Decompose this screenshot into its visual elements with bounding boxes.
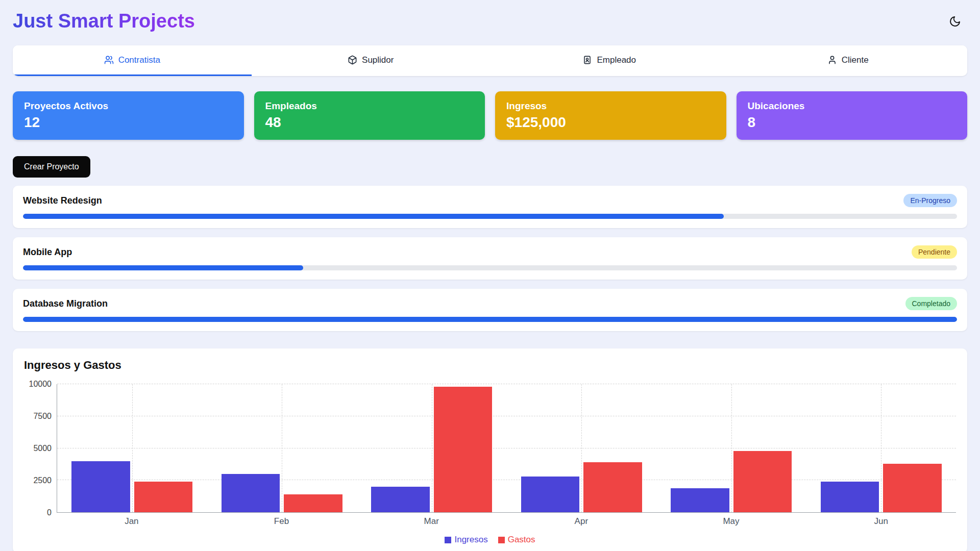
tab-label: Suplidor (362, 55, 394, 65)
bar-ingresos-feb (222, 474, 280, 512)
stat-card-empleados: Empleados 48 (254, 91, 485, 140)
bar-ingresos-may (671, 488, 729, 512)
projects-list: Website Redesign En-Progreso Mobile App … (13, 186, 967, 331)
bar-ingresos-mar (371, 487, 429, 512)
chart-card: Ingresos y Gastos 025005000750010000 Jan… (13, 348, 967, 551)
stat-label: Empleados (265, 101, 474, 112)
bar-ingresos-jan (71, 461, 130, 512)
bar-group-may (656, 384, 806, 512)
y-axis-tick-label: 2500 (33, 476, 52, 485)
tab-contratista[interactable]: Contratista (13, 45, 252, 76)
project-name: Website Redesign (23, 195, 102, 206)
project-header: Website Redesign En-Progreso (23, 194, 957, 207)
tab-suplidor[interactable]: Suplidor (252, 45, 491, 76)
chart-plot (57, 384, 956, 513)
bar-ingresos-apr (521, 477, 579, 512)
stat-card-proyectos-activos: Proyectos Activos 12 (13, 91, 244, 140)
status-badge: Completado (905, 297, 958, 310)
tab-label: Cliente (842, 55, 869, 65)
bar-gastos-apr (583, 462, 642, 512)
bar-group-jan (57, 384, 207, 512)
bar-gastos-feb (284, 494, 342, 512)
create-project-button[interactable]: Crear Proyecto (13, 156, 90, 178)
y-axis-tick-label: 7500 (33, 412, 52, 421)
project-card-mobile-app: Mobile App Pendiente (13, 237, 967, 280)
bar-ingresos-jun (821, 482, 879, 512)
id-card-icon (582, 55, 592, 65)
stat-label: Ubicaciones (748, 101, 957, 112)
tab-label: Contratista (118, 55, 160, 65)
x-axis-label-mar: Mar (356, 516, 506, 527)
progress-fill (23, 317, 957, 322)
bar-gastos-mar (434, 387, 492, 512)
chart-title: Ingresos y Gastos (24, 359, 956, 372)
chart-x-axis: JanFebMarAprMayJun (57, 516, 956, 527)
legend-item-ingresos[interactable]: Ingresos (445, 535, 487, 545)
bar-group-mar (357, 384, 507, 512)
progress-bar (23, 317, 957, 322)
tab-label: Empleado (597, 55, 636, 65)
stat-card-ubicaciones: Ubicaciones 8 (737, 91, 968, 140)
stat-value: 48 (265, 114, 474, 131)
progress-bar (23, 265, 957, 270)
project-card-website-redesign: Website Redesign En-Progreso (13, 186, 967, 228)
progress-bar (23, 214, 957, 219)
tab-cliente[interactable]: Cliente (729, 45, 968, 76)
users-icon (104, 55, 114, 65)
status-badge: En-Progreso (903, 194, 957, 207)
project-card-database-migration: Database Migration Completado (13, 289, 967, 331)
bar-group-apr (507, 384, 657, 512)
progress-fill (23, 214, 724, 219)
project-name: Mobile App (23, 247, 72, 258)
page: Just Smart Projects Contratista Suplidor… (0, 0, 980, 551)
status-badge: Pendiente (912, 245, 957, 259)
stat-label: Proyectos Activos (24, 101, 233, 112)
stat-card-ingresos: Ingresos $125,000 (495, 91, 726, 140)
bar-group-feb (207, 384, 357, 512)
x-axis-label-may: May (656, 516, 806, 527)
app-header: Just Smart Projects (13, 10, 967, 32)
tab-bar: Contratista Suplidor Empleado Cliente (13, 45, 967, 76)
y-axis-tick-label: 0 (47, 508, 52, 517)
y-axis-tick-label: 10000 (29, 380, 52, 389)
bar-chart: 025005000750010000 JanFebMarAprMayJun (24, 384, 956, 527)
chart-y-axis: 025005000750010000 (24, 384, 57, 513)
legend-item-gastos[interactable]: Gastos (498, 535, 535, 545)
stat-value: 12 (24, 114, 233, 131)
x-axis-label-jan: Jan (57, 516, 207, 527)
bar-group-jun (806, 384, 957, 512)
bar-gastos-may (733, 451, 792, 512)
bar-gastos-jun (883, 464, 941, 512)
stat-label: Ingresos (506, 101, 715, 112)
x-axis-label-jun: Jun (806, 516, 956, 527)
stat-value: 8 (748, 114, 957, 131)
x-axis-label-feb: Feb (207, 516, 357, 527)
y-axis-tick-label: 5000 (33, 444, 52, 453)
tab-empleado[interactable]: Empleado (490, 45, 729, 76)
legend-swatch-ingresos (445, 537, 451, 543)
x-axis-label-apr: Apr (506, 516, 656, 527)
bars-layer (57, 384, 956, 512)
moon-icon (949, 15, 961, 28)
legend-swatch-gastos (498, 537, 505, 543)
page-title: Just Smart Projects (13, 10, 195, 32)
chart-legend: IngresosGastos (24, 535, 956, 545)
bar-gastos-jan (134, 482, 192, 512)
legend-label: Gastos (508, 535, 535, 545)
stat-value: $125,000 (506, 114, 715, 131)
legend-label: Ingresos (454, 535, 487, 545)
progress-fill (23, 265, 303, 270)
project-header: Mobile App Pendiente (23, 245, 957, 259)
project-header: Database Migration Completado (23, 297, 957, 310)
theme-toggle-button[interactable] (946, 12, 964, 31)
project-name: Database Migration (23, 298, 108, 309)
package-icon (348, 55, 357, 65)
user-icon (827, 55, 837, 65)
stats-row: Proyectos Activos 12 Empleados 48 Ingres… (13, 91, 967, 140)
